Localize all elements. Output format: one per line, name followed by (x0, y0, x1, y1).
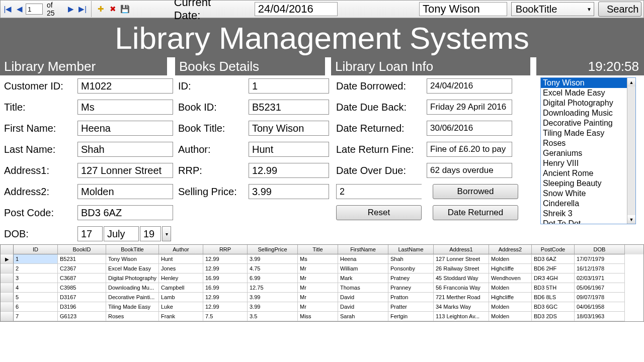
prev-record-icon[interactable]: ◀ (14, 4, 25, 15)
table-cell[interactable]: Tony Wison (106, 254, 159, 264)
table-cell[interactable]: 12.99 (203, 293, 248, 302)
table-cell[interactable]: Digital Photography (106, 274, 159, 283)
table-cell[interactable]: C3985 (58, 283, 106, 293)
table-cell[interactable]: Decorative Painti... (106, 293, 159, 302)
table-cell[interactable]: 16.99 (203, 283, 248, 293)
table-cell[interactable]: Highcliffe (489, 293, 532, 302)
table-cell[interactable]: Fertgin (388, 312, 434, 321)
member-name-field[interactable]: Tony Wison (419, 2, 507, 16)
table-cell[interactable]: David (338, 302, 388, 312)
table-cell[interactable]: 113 Leighton Av... (434, 312, 489, 321)
scroll-down-icon[interactable]: ▼ (627, 215, 635, 224)
column-header[interactable]: LastName (388, 245, 434, 254)
column-header[interactable]: Address2 (489, 245, 532, 254)
table-cell[interactable]: 2 (14, 264, 58, 274)
dob-datepicker[interactable]: 17 July 19 ▾ (77, 226, 171, 241)
table-cell[interactable]: Frank (159, 312, 203, 321)
table-cell[interactable]: Luke (159, 302, 203, 312)
table-row[interactable]: 4C3985Downloading Mu...Campbell16.9912.7… (1, 283, 643, 293)
table-cell[interactable]: 02/03/1971 (575, 274, 625, 283)
table-cell[interactable]: BD3 6AZ (532, 254, 575, 264)
table-cell[interactable]: 04/06/1958 (575, 302, 625, 312)
table-cell[interactable]: 17/07/1979 (575, 254, 625, 264)
table-cell[interactable]: C3687 (58, 274, 106, 283)
table-cell[interactable]: Mr (298, 283, 338, 293)
list-item[interactable]: Snow White (541, 189, 635, 199)
table-cell[interactable]: 18/03/1963 (575, 312, 625, 321)
table-cell[interactable]: Wendhoven (489, 274, 532, 283)
column-header[interactable]: ID (14, 245, 58, 254)
scrollbar[interactable]: ▲ ▼ (627, 78, 635, 224)
table-cell[interactable]: Hunt (159, 254, 203, 264)
column-header[interactable]: RRP (203, 245, 248, 254)
table-cell[interactable]: 3 (14, 274, 58, 283)
search-button[interactable]: Search (598, 2, 641, 17)
table-cell[interactable]: 721 Merther Road (434, 293, 489, 302)
table-cell[interactable]: Molden (489, 254, 532, 264)
column-header[interactable]: FirstName (338, 245, 388, 254)
list-item[interactable]: Downloading Music (541, 108, 635, 118)
author-field[interactable]: Hunt (249, 142, 329, 157)
table-cell[interactable]: Campbell (159, 283, 203, 293)
table-cell[interactable]: B5231 (58, 254, 106, 264)
column-header[interactable]: BookID (58, 245, 106, 254)
date-returned-button[interactable]: Date Returned (433, 205, 518, 220)
title-field[interactable]: Ms (77, 100, 173, 115)
table-cell[interactable]: BD3 5TH (532, 283, 575, 293)
table-cell[interactable]: 12.99 (203, 302, 248, 312)
table-row[interactable]: ▶1B5231Tony WisonHunt12.993.99MsHeenaSha… (1, 254, 643, 264)
table-row[interactable]: 7G6123RosesFrank7.53.5MissSarahFertgin11… (1, 312, 643, 321)
list-item[interactable]: Ancient Rome (541, 168, 635, 178)
table-cell[interactable]: DR3 4GH (532, 274, 575, 283)
table-cell[interactable]: Mr (298, 302, 338, 312)
selling-price-field[interactable]: 3.99 (249, 184, 329, 199)
save-icon[interactable]: 💾 (120, 4, 131, 15)
table-cell[interactable]: BD3 6GC (532, 302, 575, 312)
date-borrowed-field[interactable]: 24/04/2016 (427, 78, 512, 94)
first-name-field[interactable]: Heena (77, 121, 173, 136)
table-row[interactable]: 2C2367Excel Made EasyJones12.994.75MrWil… (1, 264, 643, 274)
table-cell[interactable]: 12.75 (248, 283, 298, 293)
list-item[interactable]: Cinderella (541, 199, 635, 209)
table-cell[interactable]: 05/06/1967 (575, 283, 625, 293)
table-cell[interactable]: 3.99 (248, 254, 298, 264)
column-header[interactable]: BookTitle (106, 245, 159, 254)
row-selector[interactable] (1, 283, 14, 293)
table-cell[interactable]: 12.99 (203, 264, 248, 274)
table-cell[interactable]: D3167 (58, 293, 106, 302)
table-cell[interactable]: 34 Marks Way (434, 302, 489, 312)
table-cell[interactable]: 6.99 (248, 274, 298, 283)
table-cell[interactable]: 3.99 (248, 293, 298, 302)
table-cell[interactable]: C2367 (58, 264, 106, 274)
column-header[interactable]: DOB (575, 245, 625, 254)
table-cell[interactable]: Mr (298, 274, 338, 283)
table-cell[interactable]: Highcliffe (489, 264, 532, 274)
customer-id-field[interactable]: M1022 (77, 78, 173, 94)
table-cell[interactable]: 4.75 (248, 264, 298, 274)
add-record-icon[interactable]: ✚ (96, 4, 107, 15)
table-cell[interactable]: Pratter (388, 302, 434, 312)
table-cell[interactable]: 16/12/1978 (575, 264, 625, 274)
column-header[interactable]: Title (298, 245, 338, 254)
table-cell[interactable]: Pratney (388, 274, 434, 283)
table-cell[interactable]: 6 (14, 302, 58, 312)
table-cell[interactable]: 127 Lonner Street (434, 254, 489, 264)
table-cell[interactable]: Tiling Made Easy (106, 302, 159, 312)
table-cell[interactable]: BD3 2DS (532, 312, 575, 321)
table-cell[interactable]: 7.5 (203, 312, 248, 321)
dob-day[interactable]: 17 (77, 226, 103, 241)
row-selector[interactable] (1, 312, 14, 321)
row-selector[interactable] (1, 293, 14, 302)
table-cell[interactable]: 16.99 (203, 274, 248, 283)
table-cell[interactable]: Ms (298, 254, 338, 264)
table-cell[interactable]: Mr (298, 264, 338, 274)
table-row[interactable]: 3C3687Digital PhotographyHenley16.996.99… (1, 274, 643, 283)
table-cell[interactable]: 5 (14, 293, 58, 302)
table-cell[interactable]: 3.99 (248, 302, 298, 312)
row-selector[interactable]: ▶ (1, 254, 14, 264)
column-header[interactable]: Address1 (434, 245, 489, 254)
book-listbox[interactable]: ▲ ▼ Tony WisonExcel Made EasyDigital Pho… (540, 77, 636, 224)
date-due-field[interactable]: Friday 29 April 2016 (427, 100, 512, 115)
table-cell[interactable]: 09/07/1978 (575, 293, 625, 302)
list-item[interactable]: Dot To Dot (541, 219, 635, 224)
